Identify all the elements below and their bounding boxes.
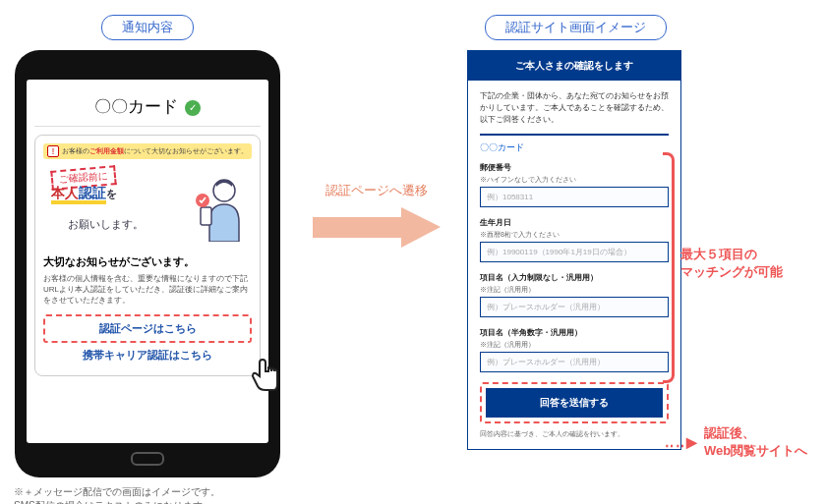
dotted-arrow-icon: ‥‥▶ [665,434,699,450]
divider [480,134,669,136]
phone-device: 〇〇カード ✓ ! お客様の ご利用金額 について大切なお知らせがございます。 … [15,50,280,477]
arrow-right-icon [308,205,445,250]
auth-header: ご本人さまの確認をします [468,51,680,81]
app-title: 〇〇カード [94,97,178,116]
footnote: ※＋メッセージ配信での画面はイメージです。 SMS配信の場合はテキストのみになり… [10,485,285,504]
hand-cursor-icon [246,355,285,394]
right-section-label: 認証サイト画面イメージ [485,15,667,40]
annotation-after-auth: 認証後、 Web閲覧サイトへ [704,424,807,460]
verified-check-icon: ✓ [185,100,201,116]
annotation-matching: 最大５項目の マッチングが可能 [680,246,783,281]
warn-text-2: について大切なお知らせがございます。 [124,146,248,156]
field-label: 郵便番号 [480,162,669,173]
carrier-auth-link[interactable]: 携帯キャリア認証はこちら [43,343,252,367]
company-name: 〇〇カード [480,141,669,154]
notice-card: ! お客様の ご利用金額 について大切なお知らせがございます。 ご確認前に 本人… [34,135,261,376]
auth-panel: ご本人さまの確認をします 下記の企業・団体から、あなた宛てのお知らせをお預かりし… [467,50,681,450]
warn-text-red: ご利用金額 [89,146,124,156]
link-area: 認証ページはこちら 携帯キャリア認証はこちら [43,314,252,367]
headline-sub: お願いします。 [68,217,144,232]
notice-body: お客様の個人情報を含む、重要な情報になりますので下記URLより本人認証をしていた… [43,273,252,307]
field-label: 項目名（入力制限なし・汎用用） [480,272,669,283]
field-generic2: 項目名（半角数字・汎用用） ※注記（汎用用） 例）プレースホルダー（汎用用） [480,327,669,372]
headline: 本人認証を [51,185,117,202]
generic-input-1[interactable]: 例）プレースホルダー（汎用用） [480,297,669,317]
auth-footnote: 回答内容に基づき、ご本人の確認を行います。 [480,429,669,439]
warning-icon: ! [47,145,59,157]
field-hint: ※注記（汎用用） [480,285,669,295]
field-postal: 郵便番号 ※ハイフンなしで入力ください 例）1058311 [480,162,669,207]
notice-title: 大切なお知らせがございます。 [43,254,252,269]
generic-input-2[interactable]: 例）プレースホルダー（汎用用） [480,352,669,372]
phone-screen: 〇〇カード ✓ ! お客様の ご利用金額 について大切なお知らせがございます。 … [27,80,268,443]
field-dob: 生年月日 ※西暦8桁で入力ください 例）19900119（1990年1月19日の… [480,217,669,262]
field-generic1: 項目名（入力制限なし・汎用用） ※注記（汎用用） 例）プレースホルダー（汎用用） [480,272,669,317]
person-phone-illustration-icon [195,173,244,242]
submit-highlight: 回答を送信する [480,382,669,423]
submit-button[interactable]: 回答を送信する [486,388,663,418]
field-hint: ※西暦8桁で入力ください [480,230,669,240]
headline-red: 本人 [51,185,79,204]
auth-description: 下記の企業・団体から、あなた宛てのお知らせをお預かりしています。ご本人であること… [480,90,669,126]
arrow-label: 認証ページへ遷移 [295,182,457,199]
bracket-icon [663,152,675,383]
dob-input[interactable]: 例）19900119（1990年1月19日の場合） [480,242,669,262]
phone-header: 〇〇カード ✓ [34,87,261,127]
warn-text-1: お客様の [62,146,89,156]
field-hint: ※ハイフンなしで入力ください [480,175,669,185]
left-section-label: 通知内容 [101,15,194,40]
field-label: 生年月日 [480,217,669,228]
auth-page-link[interactable]: 認証ページはこちら [43,314,252,343]
field-label: 項目名（半角数字・汎用用） [480,327,669,338]
headline-blue: 認証 [79,185,106,204]
headline-suffix: を [106,188,117,199]
postal-input[interactable]: 例）1058311 [480,187,669,207]
field-hint: ※注記（汎用用） [480,340,669,350]
illustration-area: ご確認前に 本人認証を お願いします。 [43,165,252,249]
svg-rect-1 [201,207,211,225]
warning-bar: ! お客様の ご利用金額 について大切なお知らせがございます。 [43,143,252,159]
